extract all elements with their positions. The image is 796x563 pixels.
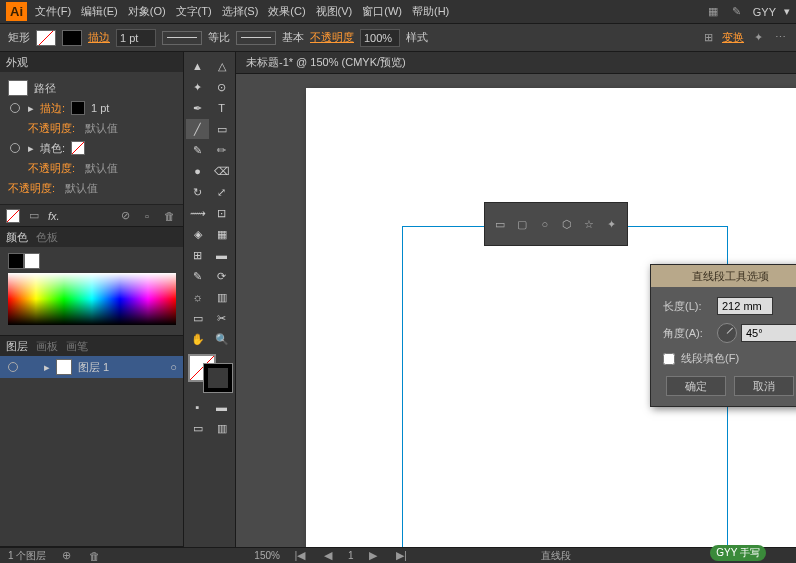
stroke-swatch[interactable] (62, 30, 82, 46)
flare-icon[interactable]: ✦ (605, 216, 619, 232)
ok-button[interactable]: 确定 (666, 376, 726, 396)
mesh-tool[interactable]: ⊞ (186, 245, 209, 265)
appearance-tab[interactable]: 外观 (6, 55, 28, 70)
rounded-rect-icon[interactable]: ▢ (515, 216, 529, 232)
status-zoom[interactable]: 150% (254, 550, 280, 561)
menu-type[interactable]: 文字(T) (176, 4, 212, 19)
rect-tool[interactable]: ▭ (210, 119, 233, 139)
menu-edit[interactable]: 编辑(E) (81, 4, 118, 19)
gradient-mode[interactable]: ▬ (210, 397, 233, 417)
hand-tool[interactable]: ✋ (186, 329, 209, 349)
stroke-link[interactable]: 描边 (88, 30, 110, 45)
fill-color[interactable] (71, 141, 85, 155)
brushes-tab[interactable]: 画笔 (66, 339, 88, 354)
stroke-box[interactable] (204, 364, 232, 392)
layers-tab[interactable]: 图层 (6, 339, 28, 354)
opacity-link[interactable]: 不透明度 (310, 30, 354, 45)
menu-view[interactable]: 视图(V) (316, 4, 353, 19)
cancel-button[interactable]: 取消 (734, 376, 794, 396)
obj-opacity[interactable]: 不透明度: (8, 181, 55, 196)
wand-tool[interactable]: ✦ (186, 77, 209, 97)
menu-window[interactable]: 窗口(W) (362, 4, 402, 19)
canvas-viewport[interactable]: ▭ ▢ ○ ⬡ ☆ ✦ 直线段工具选项 长度(L): 角度(A): (236, 74, 796, 547)
blend-tool[interactable]: ⟳ (210, 266, 233, 286)
locate-icon[interactable]: ⊕ (58, 548, 74, 564)
perspective-tool[interactable]: ▦ (210, 224, 233, 244)
menu-file[interactable]: 文件(F) (35, 4, 71, 19)
color-tab[interactable]: 颜色 (6, 230, 28, 245)
type-tool[interactable]: T (210, 98, 233, 118)
color-spectrum[interactable] (8, 273, 176, 325)
length-input[interactable] (717, 297, 773, 315)
symbol-tool[interactable]: ☼ (186, 287, 209, 307)
pen-tool[interactable]: ✒ (186, 98, 209, 118)
layer-name[interactable]: 图层 1 (78, 360, 109, 375)
new-icon[interactable]: ▫ (139, 208, 155, 224)
trash-icon[interactable]: 🗑 (86, 548, 102, 564)
isolate-icon[interactable]: ✦ (750, 30, 766, 46)
footer-swatch[interactable] (6, 209, 20, 223)
swatches-tab[interactable]: 色板 (36, 230, 58, 245)
more-icon[interactable]: ⋯ (772, 30, 788, 46)
screen-mode[interactable]: ▭ (186, 418, 209, 438)
align-icon[interactable]: ⊞ (700, 30, 716, 46)
eye-icon[interactable] (8, 141, 22, 155)
fill-swatch[interactable] (36, 30, 56, 46)
slice-tool[interactable]: ✂ (210, 308, 233, 328)
stroke-attr[interactable]: 描边: (40, 101, 65, 116)
clear-icon[interactable]: ⊘ (117, 208, 133, 224)
blob-tool[interactable]: ● (186, 161, 209, 181)
gradient-tool[interactable]: ▬ (210, 245, 233, 265)
fill-attr[interactable]: 填色: (40, 141, 65, 156)
nav-last-icon[interactable]: ▶| (393, 548, 409, 564)
color-mode[interactable]: ▪ (186, 397, 209, 417)
eraser-tool[interactable]: ⌫ (210, 161, 233, 181)
ellipse-icon[interactable]: ○ (538, 216, 552, 232)
pencil-tool[interactable]: ✏ (210, 140, 233, 160)
graph-tool[interactable]: ▥ (210, 287, 233, 307)
layer-row[interactable]: ▸ 图层 1 ○ (0, 356, 183, 378)
polygon-icon[interactable]: ⬡ (560, 216, 574, 232)
brush-icon[interactable]: ✎ (729, 4, 745, 20)
selection-tool[interactable]: ▲ (186, 56, 209, 76)
artboard-tool[interactable]: ▭ (186, 308, 209, 328)
transform-link[interactable]: 变换 (722, 30, 744, 45)
nav-prev-icon[interactable]: ◀ (320, 548, 336, 564)
eye-icon[interactable] (6, 360, 20, 374)
shape-builder-tool[interactable]: ◈ (186, 224, 209, 244)
eye-icon[interactable] (8, 101, 22, 115)
menu-effect[interactable]: 效果(C) (268, 4, 305, 19)
brush-tool[interactable]: ✎ (186, 140, 209, 160)
free-transform-tool[interactable]: ⊡ (210, 203, 233, 223)
direct-select-tool[interactable]: △ (210, 56, 233, 76)
layout-icon[interactable]: ▦ (705, 4, 721, 20)
nav-next-icon[interactable]: ▶ (365, 548, 381, 564)
stroke-weight-input[interactable] (116, 29, 156, 47)
black-swatch[interactable] (8, 253, 24, 269)
rect-shape-icon[interactable]: ▭ (493, 216, 507, 232)
menu-select[interactable]: 选择(S) (222, 4, 259, 19)
trash-icon[interactable]: 🗑 (161, 208, 177, 224)
scale-tool[interactable]: ⤢ (210, 182, 233, 202)
fill-stroke-control[interactable] (188, 354, 232, 392)
document-tab[interactable]: 未标题-1* @ 150% (CMYK/预览) (236, 52, 796, 74)
rotate-tool[interactable]: ↻ (186, 182, 209, 202)
stroke-icon[interactable]: ▭ (26, 208, 42, 224)
white-swatch[interactable] (24, 253, 40, 269)
style-label[interactable]: 样式 (406, 30, 428, 45)
stroke-color[interactable] (71, 101, 85, 115)
star-icon[interactable]: ☆ (582, 216, 596, 232)
menu-help[interactable]: 帮助(H) (412, 4, 449, 19)
fill-opacity[interactable]: 不透明度: (28, 161, 75, 176)
angle-input[interactable] (741, 324, 796, 342)
nav-first-icon[interactable]: |◀ (292, 548, 308, 564)
eyedropper-tool[interactable]: ✎ (186, 266, 209, 286)
stroke-profile[interactable] (162, 31, 202, 45)
lasso-tool[interactable]: ⊙ (210, 77, 233, 97)
zoom-tool[interactable]: 🔍 (210, 329, 233, 349)
menu-object[interactable]: 对象(O) (128, 4, 166, 19)
brush-def[interactable] (236, 31, 276, 45)
artboards-tab[interactable]: 画板 (36, 339, 58, 354)
angle-dial[interactable] (717, 323, 737, 343)
width-tool[interactable]: ⟿ (186, 203, 209, 223)
